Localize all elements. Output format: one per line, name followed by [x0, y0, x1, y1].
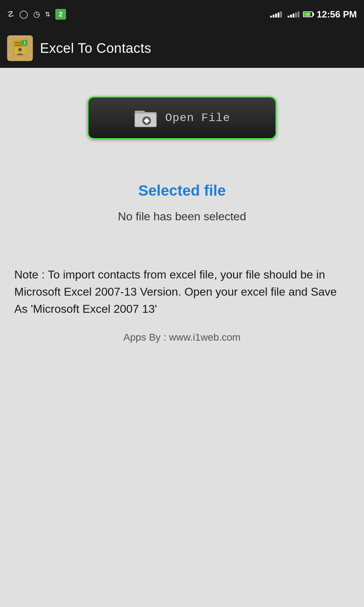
main-content: Open File Selected file No file has been… — [0, 68, 364, 607]
svg-text:i: i — [24, 40, 25, 45]
open-file-button[interactable]: Open File — [87, 96, 277, 139]
alarm-icon: ◷ — [33, 10, 40, 19]
notification-badge: 2 — [55, 9, 66, 20]
svg-point-4 — [18, 48, 22, 51]
app-icon-svg: i — [11, 39, 29, 57]
svg-rect-11 — [144, 120, 149, 122]
selected-file-title: Selected file — [118, 182, 246, 199]
status-bar-right: ⚡ 12:56 PM — [270, 9, 357, 20]
no-file-status: No file has been selected — [118, 210, 246, 223]
status-bar-left: ☡ ◯ ◷ ⇅ 2 — [7, 9, 66, 20]
folder-svg — [134, 107, 159, 129]
usb-icon: ☡ — [7, 10, 14, 19]
note-section: Note : To import contacts from excel fil… — [11, 266, 353, 343]
app-title: Excel To Contacts — [40, 41, 151, 56]
status-time: 12:56 PM — [317, 9, 357, 20]
signal-strength-icon — [270, 11, 282, 17]
open-file-label: Open File — [165, 111, 230, 125]
phone-icon: ◯ — [19, 10, 28, 19]
data-transfer-icon: ⇅ — [45, 10, 50, 18]
app-bar: i Excel To Contacts — [0, 29, 364, 68]
note-text: Note : To import contacts from excel fil… — [14, 266, 350, 317]
roaming-signal-icon — [288, 11, 299, 17]
selected-file-section: Selected file No file has been selected — [118, 182, 246, 223]
app-icon: i — [7, 35, 33, 61]
apps-by-text: Apps By : www.i1web.com — [14, 332, 350, 343]
folder-icon — [134, 107, 159, 129]
battery-icon: ⚡ — [303, 11, 313, 17]
status-bar: ☡ ◯ ◷ ⇅ 2 ⚡ — [0, 0, 364, 29]
